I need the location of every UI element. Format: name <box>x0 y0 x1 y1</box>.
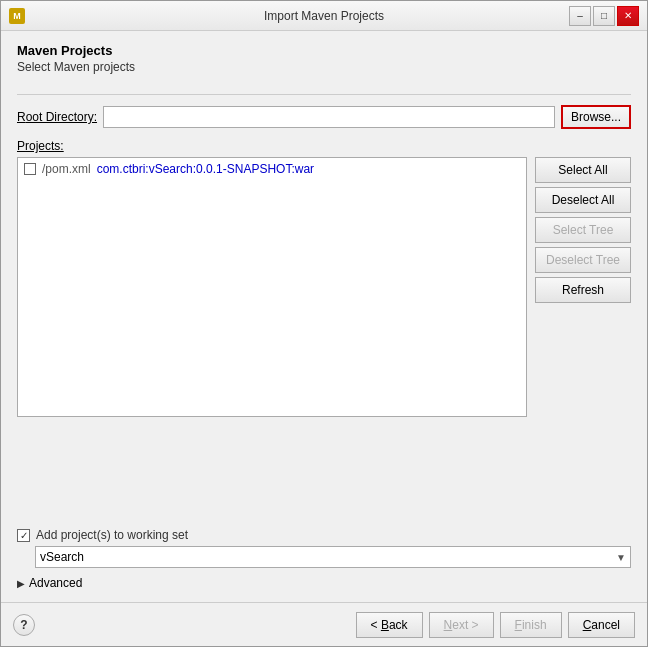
projects-label: Projects: <box>17 139 631 153</box>
section-title: Maven Projects <box>17 43 631 58</box>
working-set-checkbox[interactable]: ✓ <box>17 529 30 542</box>
cancel-button[interactable]: Cancel <box>568 612 635 638</box>
refresh-button[interactable]: Refresh <box>535 277 631 303</box>
deselect-tree-button[interactable]: Deselect Tree <box>535 247 631 273</box>
next-button[interactable]: Next > <box>429 612 494 638</box>
projects-area: /pom.xml com.ctbri:vSearch:0.0.1-SNAPSHO… <box>17 157 631 518</box>
title-bar: M Import Maven Projects – □ ✕ <box>1 1 647 31</box>
working-set-row: ✓ Add project(s) to working set <box>17 528 631 542</box>
dialog-content: Maven Projects Select Maven projects Roo… <box>1 31 647 602</box>
project-artifact: com.ctbri:vSearch:0.0.1-SNAPSHOT:war <box>97 162 314 176</box>
dialog-window: M Import Maven Projects – □ ✕ Maven Proj… <box>0 0 648 647</box>
help-button[interactable]: ? <box>13 614 35 636</box>
project-pom: /pom.xml <box>42 162 91 176</box>
bottom-bar: ? < Back Next > Finish Cancel <box>1 602 647 646</box>
advanced-row[interactable]: ▶ Advanced <box>17 576 631 590</box>
browse-button[interactable]: Browse... <box>561 105 631 129</box>
select-all-button[interactable]: Select All <box>535 157 631 183</box>
project-checkbox[interactable] <box>24 163 36 175</box>
close-button[interactable]: ✕ <box>617 6 639 26</box>
bottom-left: ? <box>13 614 35 636</box>
window-controls: – □ ✕ <box>569 6 639 26</box>
list-item[interactable]: /pom.xml com.ctbri:vSearch:0.0.1-SNAPSHO… <box>18 158 526 180</box>
advanced-expand-icon: ▶ <box>17 578 25 589</box>
working-set-value: vSearch <box>40 550 84 564</box>
root-directory-input[interactable] <box>103 106 555 128</box>
select-tree-button[interactable]: Select Tree <box>535 217 631 243</box>
title-bar-left: M <box>9 8 25 24</box>
projects-list[interactable]: /pom.xml com.ctbri:vSearch:0.0.1-SNAPSHO… <box>17 157 527 417</box>
finish-button[interactable]: Finish <box>500 612 562 638</box>
divider <box>17 94 631 95</box>
svg-text:M: M <box>13 11 21 21</box>
root-directory-label: Root Directory: <box>17 110 97 124</box>
section-subtitle: Select Maven projects <box>17 60 631 74</box>
minimize-button[interactable]: – <box>569 6 591 26</box>
back-button[interactable]: < Back <box>356 612 423 638</box>
working-set-label: Add project(s) to working set <box>36 528 188 542</box>
window-title: Import Maven Projects <box>264 9 384 23</box>
advanced-label: Advanced <box>29 576 82 590</box>
bottom-right: < Back Next > Finish Cancel <box>356 612 635 638</box>
app-icon: M <box>9 8 25 24</box>
root-directory-row: Root Directory: Browse... <box>17 105 631 129</box>
dropdown-arrow-icon: ▼ <box>616 552 626 563</box>
maximize-button[interactable]: □ <box>593 6 615 26</box>
deselect-all-button[interactable]: Deselect All <box>535 187 631 213</box>
working-set-dropdown[interactable]: vSearch ▼ <box>35 546 631 568</box>
side-buttons: Select All Deselect All Select Tree Dese… <box>535 157 631 518</box>
